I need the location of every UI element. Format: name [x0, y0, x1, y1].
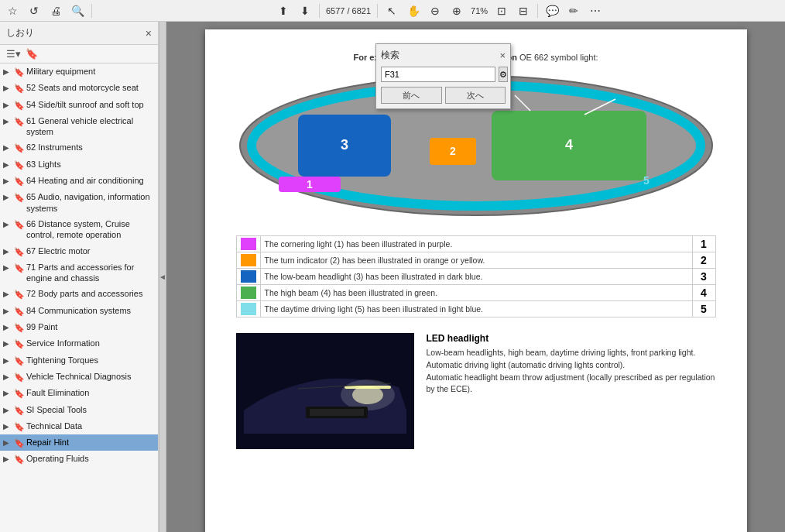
search-input[interactable] [381, 67, 495, 82]
sidebar-item-label: Tightening Torques [26, 355, 155, 366]
svg-text:5: 5 [643, 174, 650, 187]
arrow-icon: ▶ [3, 405, 14, 415]
sidebar-item-technical-data[interactable]: ▶ 🔖 Technical Data [0, 418, 158, 434]
zoom-in-icon[interactable]: ⊕ [449, 3, 464, 19]
search-input-row: ⚙ [381, 67, 506, 82]
sidebar-item-label: Fault Elimination [26, 387, 155, 398]
bookmark-item-icon: 🔖 [14, 83, 26, 94]
sidebar-close-button[interactable]: × [146, 27, 152, 39]
sidebar-item-label: 72 Body parts and accessories [26, 288, 155, 299]
arrow-icon: ▶ [3, 306, 14, 316]
upload-icon[interactable]: ⬆ [276, 3, 291, 19]
arrow-icon: ▶ [3, 142, 14, 153]
bookmark-item-icon: 🔖 [14, 388, 26, 399]
sidebar-item-63[interactable]: ▶ 🔖 63 Lights [0, 156, 158, 173]
sidebar-bookmark-add-icon[interactable]: 🔖 [26, 48, 38, 60]
sidebar-item-label: Operating Fluids [26, 453, 155, 464]
search-settings-button[interactable]: ⚙ [499, 67, 508, 82]
sidebar-item-vehicle-tech[interactable]: ▶ 🔖 Vehicle Technical Diagnosis [0, 369, 158, 385]
toolbar-center: ⬆ ⬇ 6577 / 6821 ↖ ✋ ⊖ ⊕ 71% ⊡ ⊟ 💬 ✏ ⋯ [98, 3, 780, 19]
sidebar-item-66[interactable]: ▶ 🔖 66 Distance system, Cruise control, … [0, 216, 158, 243]
sidebar-item-label: Vehicle Technical Diagnosis [26, 371, 155, 382]
sidebar-item-special-tools[interactable]: ▶ 🔖 SI Special Tools [0, 402, 158, 418]
search-prev-button[interactable]: 前へ [381, 87, 442, 104]
download-icon[interactable]: ⬇ [297, 3, 313, 19]
sidebar-item-67[interactable]: ▶ 🔖 67 Electric motor [0, 243, 158, 259]
sidebar-item-label: 61 General vehicle electrical system [26, 115, 155, 138]
sidebar-toolbar: ☰▾ 🔖 [0, 45, 158, 63]
search-dialog-title: 検索 [381, 49, 399, 62]
sidebar-item-repair-hint[interactable]: ▶ 🔖 Repair Hint [0, 434, 158, 451]
zoom-level: 71% [471, 6, 488, 15]
sidebar-item-operating-fluids[interactable]: ▶ 🔖 Operating Fluids [0, 451, 158, 467]
hand-icon[interactable]: ✋ [406, 3, 421, 19]
sidebar-item-52[interactable]: ▶ 🔖 52 Seats and motorcycle seat [0, 80, 158, 96]
sidebar-item-54[interactable]: ▶ 🔖 54 Side/tilt sunroof and soft top [0, 97, 158, 113]
separator-3 [377, 4, 378, 18]
cursor-icon[interactable]: ↖ [384, 3, 399, 19]
legend-num-3: 3 [692, 269, 715, 285]
two-page-icon[interactable]: ⊟ [516, 3, 531, 19]
sidebar-item-military[interactable]: ▶ 🔖 Military equipment [0, 63, 158, 80]
legend-row-5: The daytime driving light (5) has been i… [236, 301, 715, 317]
sidebar-collapse-handle[interactable]: ◄ [159, 22, 166, 532]
sidebar-item-62[interactable]: ▶ 🔖 62 Instruments [0, 139, 158, 156]
main-area: しおり × ☰▾ 🔖 ▶ 🔖 Military equipment ▶ 🔖 52… [0, 22, 785, 532]
sidebar-item-label: 54 Side/tilt sunroof and soft top [26, 99, 155, 110]
search-icon[interactable]: 🔍 [70, 3, 85, 19]
bookmark-item-icon: 🔖 [14, 263, 26, 273]
bookmark-icon[interactable]: ☆ [5, 3, 20, 19]
pen-icon[interactable]: ✏ [566, 3, 581, 19]
print-icon[interactable]: 🖨 [48, 3, 63, 19]
sidebar-item-72[interactable]: ▶ 🔖 72 Body parts and accessories [0, 286, 158, 302]
arrow-icon: ▶ [3, 388, 14, 398]
sidebar-item-tightening[interactable]: ▶ 🔖 Tightening Torques [0, 352, 158, 369]
zoom-out-icon[interactable]: ⊖ [427, 3, 443, 19]
search-dialog-close-button[interactable]: × [499, 50, 506, 61]
led-section: LED headlight Low-beam headlights, high … [236, 333, 716, 449]
sidebar-items-list: ▶ 🔖 Military equipment ▶ 🔖 52 Seats and … [0, 63, 158, 532]
sidebar: しおり × ☰▾ 🔖 ▶ 🔖 Military equipment ▶ 🔖 52… [0, 22, 159, 532]
arrow-icon: ▶ [3, 219, 14, 229]
bookmark-item-icon: 🔖 [14, 405, 26, 416]
fit-page-icon[interactable]: ⊡ [494, 3, 509, 19]
sidebar-menu-icon[interactable]: ☰▾ [6, 48, 21, 60]
color-swatch-5 [241, 303, 256, 315]
sidebar-item-99[interactable]: ▶ 🔖 99 Paint [0, 319, 158, 335]
arrow-icon: ▶ [3, 176, 14, 186]
bookmark-item-icon: 🔖 [14, 67, 26, 77]
separator-1 [91, 4, 92, 18]
sidebar-header: しおり × [0, 22, 158, 45]
bookmark-item-icon: 🔖 [14, 355, 26, 366]
comment-icon[interactable]: 💬 [544, 3, 560, 19]
legend-row-2: The turn indicator (2) has been illustra… [236, 252, 715, 269]
bookmark-item-icon: 🔖 [14, 176, 26, 187]
arrow-icon: ▶ [3, 421, 14, 431]
sidebar-item-label: SI Special Tools [26, 404, 155, 415]
caption-normal: OE 662 symbol light: [519, 53, 598, 62]
sidebar-item-64[interactable]: ▶ 🔖 64 Heating and air conditioning [0, 173, 158, 189]
separator-2 [319, 4, 320, 18]
svg-text:4: 4 [564, 137, 572, 153]
sidebar-item-fault[interactable]: ▶ 🔖 Fault Elimination [0, 385, 158, 401]
arrow-icon: ▶ [3, 83, 14, 93]
sidebar-item-61[interactable]: ▶ 🔖 61 General vehicle electrical system [0, 113, 158, 140]
sidebar-item-label: 67 Electric motor [26, 245, 155, 256]
led-car-image [236, 333, 414, 449]
more-icon[interactable]: ⋯ [588, 3, 603, 19]
sidebar-item-label: Military equipment [26, 66, 155, 77]
pdf-viewer-area[interactable]: 検索 × ⚙ 前へ 次へ For example G01 front light… [166, 22, 785, 532]
sidebar-item-label: 52 Seats and motorcycle seat [26, 82, 155, 93]
sidebar-item-84[interactable]: ▶ 🔖 84 Communication systems [0, 303, 158, 319]
legend-row-3: The low-beam headlight (3) has been illu… [236, 269, 715, 285]
color-swatch-1 [241, 238, 256, 250]
search-next-button[interactable]: 次へ [445, 87, 506, 104]
sidebar-item-label: 71 Parts and accessories for engine and … [26, 262, 155, 284]
sidebar-item-71[interactable]: ▶ 🔖 71 Parts and accessories for engine … [0, 259, 158, 287]
sidebar-item-65[interactable]: ▶ 🔖 65 Audio, navigation, information sy… [0, 189, 158, 216]
sidebar-item-service[interactable]: ▶ 🔖 Service Information [0, 335, 158, 352]
refresh-icon[interactable]: ↺ [26, 3, 42, 19]
svg-text:1: 1 [307, 178, 313, 190]
top-toolbar: ☆ ↺ 🖨 🔍 ⬆ ⬇ 6577 / 6821 ↖ ✋ ⊖ ⊕ 71% ⊡ ⊟ … [0, 0, 785, 22]
page-info: 6577 / 6821 [326, 6, 371, 15]
